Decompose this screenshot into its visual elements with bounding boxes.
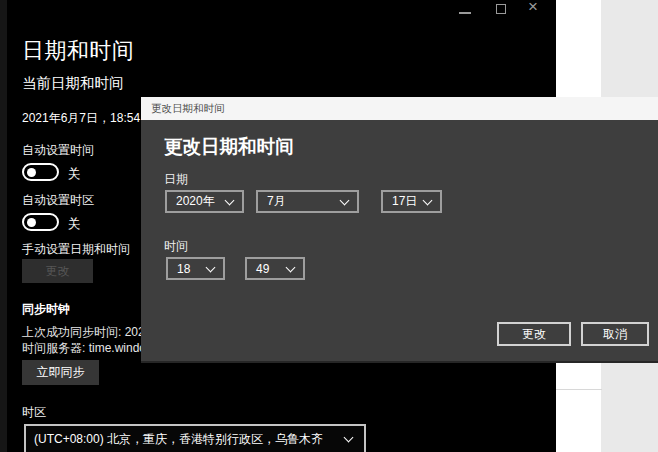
timezone-select[interactable]: (UTC+08:00) 北京，重庆，香港特别行政区，乌鲁木齐 bbox=[24, 424, 366, 452]
chevron-down-icon bbox=[340, 195, 350, 205]
day-value: 17日 bbox=[392, 193, 417, 210]
auto-time-label: 自动设置时间 bbox=[22, 142, 94, 159]
minute-value: 49 bbox=[256, 262, 269, 276]
toggle-knob bbox=[27, 218, 36, 227]
dialog-body: 更改日期和时间 日期 2020年 7月 17日 时间 18 49 bbox=[141, 120, 658, 363]
page-title: 日期和时间 bbox=[22, 36, 135, 66]
timezone-selected-value: (UTC+08:00) 北京，重庆，香港特别行政区，乌鲁木齐 bbox=[34, 431, 323, 448]
window-left-edge bbox=[0, 0, 7, 452]
dialog-change-button[interactable]: 更改 bbox=[497, 322, 571, 346]
timezone-label: 时区 bbox=[22, 404, 46, 421]
toggle-knob bbox=[27, 168, 36, 177]
change-datetime-dialog: 更改日期和时间 更改日期和时间 日期 2020年 7月 17日 时间 18 bbox=[141, 97, 658, 363]
close-icon[interactable]: × bbox=[528, 0, 538, 15]
current-datetime-value: 2021年6月7日，18:54 bbox=[22, 110, 140, 127]
dialog-titlebar: 更改日期和时间 bbox=[141, 97, 658, 120]
maximize-icon[interactable] bbox=[496, 4, 506, 14]
settings-window: × 日期和时间 当前日期和时间 2021年6月7日，18:54 自动设置时间 关… bbox=[0, 0, 658, 452]
auto-timezone-state: 关 bbox=[68, 216, 81, 233]
sync-clock-heading: 同步时钟 bbox=[22, 301, 70, 318]
auto-time-state: 关 bbox=[68, 166, 81, 183]
chevron-down-icon bbox=[206, 262, 216, 272]
time-server-text: 时间服务器: time.windows bbox=[22, 340, 161, 357]
auto-timezone-toggle[interactable] bbox=[22, 213, 59, 231]
month-value: 7月 bbox=[267, 193, 286, 210]
chevron-down-icon bbox=[286, 262, 296, 272]
auto-time-toggle[interactable] bbox=[22, 163, 59, 181]
year-value: 2020年 bbox=[176, 193, 215, 210]
date-label: 日期 bbox=[164, 171, 188, 188]
change-button-disabled: 更改 bbox=[22, 259, 93, 283]
auto-timezone-label: 自动设置时区 bbox=[22, 192, 94, 209]
chevron-down-icon bbox=[423, 195, 433, 205]
year-select[interactable]: 2020年 bbox=[165, 190, 244, 213]
current-datetime-heading: 当前日期和时间 bbox=[22, 74, 124, 93]
manual-set-label: 手动设置日期和时间 bbox=[22, 241, 130, 258]
chevron-down-icon bbox=[225, 195, 235, 205]
minimize-icon[interactable] bbox=[459, 12, 471, 14]
divider bbox=[556, 389, 602, 390]
month-select[interactable]: 7月 bbox=[256, 190, 359, 213]
minute-select[interactable]: 49 bbox=[245, 257, 305, 280]
hour-value: 18 bbox=[177, 262, 190, 276]
sync-now-button[interactable]: 立即同步 bbox=[22, 360, 99, 385]
time-label: 时间 bbox=[164, 238, 188, 255]
hour-select[interactable]: 18 bbox=[166, 257, 225, 280]
day-select[interactable]: 17日 bbox=[381, 190, 442, 213]
dialog-cancel-button[interactable]: 取消 bbox=[581, 322, 649, 346]
chevron-down-icon bbox=[344, 433, 354, 443]
dialog-heading: 更改日期和时间 bbox=[164, 134, 294, 159]
